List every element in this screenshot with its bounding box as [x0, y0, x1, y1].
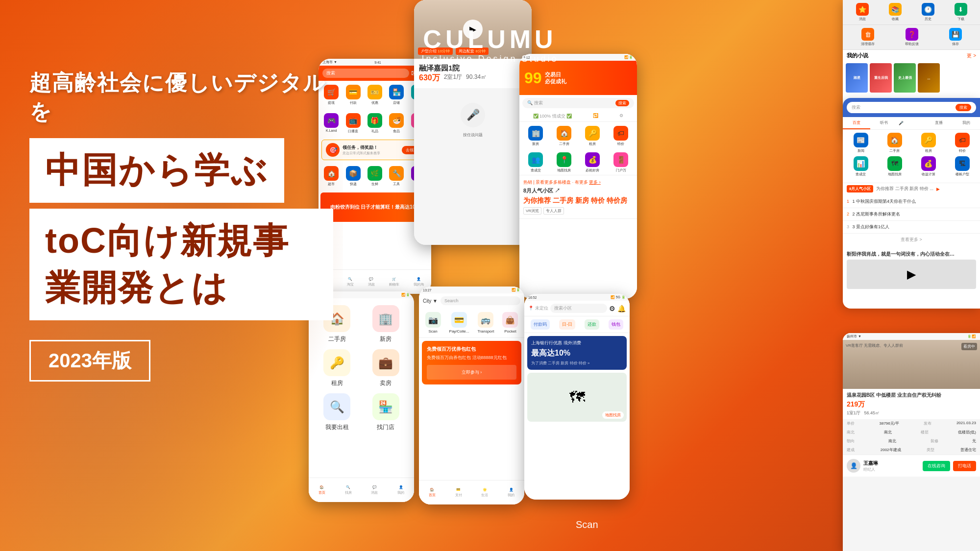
detail-unit-price: 单价 38796元/平 发布 2021.03.23: [843, 419, 980, 428]
icon-coupon: 🎫 优惠: [368, 85, 382, 105]
listing-card: 热销 | 景看更多多栋楼盘 · 有更多 更多 › 8月人气小区 ↗ 为你推荐 二…: [519, 175, 637, 219]
tab-news[interactable]: 百度: [843, 117, 870, 129]
title-box-1: 中国から学ぶ: [29, 138, 284, 203]
lianjia-mendian: 🏪 找门店: [365, 393, 408, 431]
detail-orientation: 朝向 南北 装修 无: [843, 437, 980, 446]
nav-msg[interactable]: 💬消息: [368, 277, 375, 287]
stats-row: ✅ 100% 情成交 ✅ 🔁 ⚙: [519, 111, 637, 122]
nav-cart[interactable]: 🛒购物车: [389, 277, 399, 287]
property-title: 融泽嘉园1院: [419, 64, 527, 73]
detail-year: 建成 2002年建成 类型 普通住宅: [843, 446, 980, 455]
lianjia-xinfang: 🏢 新房: [365, 305, 408, 343]
tab-tingbook[interactable]: 听书: [870, 117, 898, 129]
app-panel-bot-right: 扬州市 ▼ 🔋📶 VR逛客厅 无需顾虑、专人人群前 看房中 温泉花园B区 中低楼…: [843, 333, 980, 551]
scan-label-area: Scan: [576, 519, 598, 530]
scan-header: City ▼ Search: [419, 293, 524, 308]
icon-live: 📺 口播直: [346, 113, 361, 134]
year-text: 2023年版: [49, 350, 131, 371]
icon-food: 🍜 食品: [389, 113, 404, 134]
brand-name: CULUMU: [421, 24, 558, 54]
news-item-2: 2 2 杰尼斯事务所解体更名: [843, 208, 980, 221]
pay-collect: 💳 Pay/Colle...: [449, 312, 469, 334]
voice-hint: 按住说问题: [463, 132, 483, 138]
baidu-search-bar[interactable]: 搜索 搜索: [847, 102, 976, 113]
property-icons: 🏢 新房 🏠 二手房 🔑 租房 🏷 特价: [519, 122, 637, 150]
year-badge: 2023年版: [29, 340, 150, 382]
agent-avatar: 👤: [847, 459, 860, 473]
transport: 🚌 Transport: [477, 312, 494, 334]
news-item-1: 1 1 中秋国庆假期第4天你在干什么: [843, 195, 980, 208]
lianjia-nav-mine[interactable]: 👤我的: [397, 485, 404, 495]
hero-content: 超高齢社会に優しいデジタルを 中国から学ぶ toC向け新規事業開発とは 2023…: [29, 69, 333, 382]
lianjia-nav-msg[interactable]: 💬消息: [371, 485, 378, 495]
map-header: 📍 未定位 搜索小区 ⚙ 🔔: [524, 301, 630, 316]
pocket: 👜 Pocket: [502, 312, 518, 334]
detail-location: 南北 南北 楼层 低楼层(低): [843, 428, 980, 437]
tab-mine[interactable]: 我的: [953, 117, 980, 129]
property-details: 630万 2室1厅 90.34㎡: [419, 73, 527, 83]
video-preview: 靳阳伴我肖战，就是一句词没有，内心活动全在… ▶: [843, 247, 980, 293]
scan-bottom-nav: 🏠首页 💳支付 🌟生活 👤我的: [419, 480, 524, 504]
promo-action[interactable]: 立即参与 ›: [427, 365, 516, 380]
scan-search-bar[interactable]: Search: [441, 296, 520, 305]
scan-pay: 📷 Scan: [425, 312, 441, 334]
video-thumb[interactable]: ▶: [847, 260, 976, 289]
icon-pay: 💳 付款: [346, 85, 361, 105]
pay-icons-row: 📷 Scan 💳 Pay/Colle... 🚌 Transport 👜 Pock…: [419, 308, 524, 338]
more-icons: 👥 查成交 📍 地图找房 💰 必抢好房 🚪 门户万: [519, 150, 637, 175]
books-row: 踏星 重生后我 史上最强 ...: [843, 61, 980, 95]
icon-shop: 🏪 店铺: [389, 85, 404, 105]
app-panel-mid-right: 搜索 搜索 百度 听书 🎤 直播 我的 📰 新闻 🏠 二手房: [843, 98, 980, 309]
nav-search[interactable]: 🔍淘宝: [347, 277, 354, 287]
lianjia-maifang: 💼 卖房: [365, 349, 408, 387]
bank-info: 上海银行行优惠 境外消费 最高达10% 为了消费 二手房 新房 特价 特价 »: [527, 336, 627, 370]
call-button[interactable]: 打电话: [953, 461, 976, 471]
brand-subtitle: Inclusive Design Studio: [421, 54, 558, 64]
brand-logo: CULUMU Inclusive Design Studio: [421, 24, 558, 64]
news-item-3: 3 3 景点好像有1亿人: [843, 221, 980, 234]
voice-area: 🎤 按住说问题: [414, 88, 532, 147]
chat-button[interactable]: 在线咨询: [923, 461, 950, 471]
map-search[interactable]: 搜索小区: [550, 304, 607, 313]
action-buttons: 付款码 日-日 还款 钱包: [524, 316, 630, 333]
lianjia-nav-explore[interactable]: 🔍找房: [345, 485, 352, 495]
room-photo: VR逛客厅 无需顾虑、专人人群前 看房中: [843, 340, 980, 389]
top-right-actions: 🗑 清理缓存 ❓ 帮助反馈 💾 保存: [843, 25, 980, 50]
yue-banner: 8月人气小区 为你推荐 二手房 新房 特价 ... ▶: [843, 183, 980, 194]
scan-nav-pay[interactable]: 💳支付: [455, 488, 462, 498]
banner-99: 99 交易日必促成礼: [519, 61, 637, 95]
scan-nav-mine[interactable]: 👤我的: [508, 488, 514, 498]
icon-gift: 🎁 礼品: [368, 113, 382, 134]
bot-property-name: 温泉花园B区 中低楼层 业主自住产权无纠纷 219万 1室1厅 56.45㎡: [843, 389, 980, 419]
scan-nav-life[interactable]: 🌟生活: [481, 488, 488, 498]
voice-button[interactable]: 🎤: [461, 103, 485, 127]
phone-realestate-map: 16:52 📶 5G 🔋 📍 未定位 搜索小区 ⚙ 🔔 付款码 日-日 还款: [524, 294, 630, 500]
see-more[interactable]: 查看更多 >: [843, 234, 980, 246]
map-area: 🗺 地图找房: [527, 373, 627, 422]
main-container: CULUMU Inclusive Design Studio 超高齢社会に優しい…: [0, 0, 980, 551]
title-line-1: 中国から学ぶ: [45, 150, 269, 190]
title-box-2: toC向け新規事業開発とは: [29, 209, 333, 320]
novels-header: 我的小说 更 >: [843, 50, 980, 61]
phone-scan: 13:27 📶🔋 City ▼ Search 📷 Scan 💳 Pay/Coll…: [419, 287, 524, 504]
hero-subtitle: 超高齢社会に優しいデジタルを: [29, 69, 333, 126]
baidu-tabs: 百度 听书 🎤 直播 我的: [843, 117, 980, 130]
title-line-2: toC向け新規事業開発とは: [45, 221, 289, 307]
nav-profile[interactable]: 👤我的淘: [414, 277, 424, 287]
promo-banner-scan: 免费领百万优券包红包 免费领百万由券包红包 活动88888元红包 立即参与 ›: [422, 341, 521, 384]
agent-row: 👤 王嘉琳 经纪人 在线咨询 打电话: [843, 455, 980, 477]
baidu-news-feed: 1 1 中秋国庆假期第4天你在干什么 2 2 杰尼斯事务所解体更名 3 3 景点…: [843, 195, 980, 246]
baidu-search-area: 搜索 搜索: [843, 98, 980, 117]
baidu-icons-grid: 📰 新闻 🏠 二手房 🔑 租房 🏷 特价 📊 查成交 🗺 地图找房: [843, 130, 980, 183]
scan-status-bar: 13:27 📶🔋: [419, 287, 524, 293]
tab-live[interactable]: 直播: [925, 117, 953, 129]
scan-label: Scan: [576, 519, 598, 530]
top-right-header: ⭐ 消息 📚 收藏 🕐 历史 ⬇ 下载: [843, 0, 980, 25]
tab-voice[interactable]: 🎤: [898, 117, 925, 129]
phone-99promo: 4:12 📶🔋 99 交易日必促成礼 🔍 搜索 搜索 ✅ 100% 情成交 ✅ …: [519, 54, 637, 299]
scan-nav-home[interactable]: 🏠首页: [429, 488, 436, 498]
search-bar-99[interactable]: 🔍 搜索 搜索: [522, 98, 634, 108]
